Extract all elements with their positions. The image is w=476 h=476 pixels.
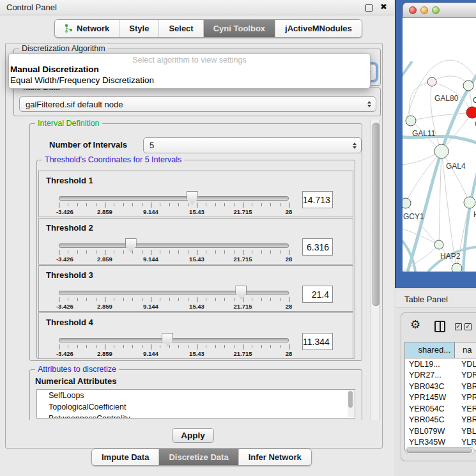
slider-track[interactable] xyxy=(59,291,289,295)
network-canvas[interactable]: GAL80 GA C GAL11 GAL4 GCY1 H HAP2 xyxy=(403,18,476,272)
tab-select[interactable]: Select xyxy=(159,20,203,37)
cell-shared-name[interactable]: YDL19... xyxy=(405,360,455,369)
network-node[interactable] xyxy=(463,81,473,91)
list-scrollbar[interactable] xyxy=(348,390,354,417)
tab-infer-network[interactable]: Infer Network xyxy=(239,449,311,465)
table-data-combobox-value: galFiltered.sif default node xyxy=(26,100,123,109)
cell-shared-name[interactable]: YDR27... xyxy=(405,371,455,380)
threshold-value-field[interactable]: 21.4 xyxy=(302,286,333,303)
slider-tick-label: 9.144 xyxy=(143,350,158,357)
table-row[interactable]: YBR043CYBR0 xyxy=(405,381,476,392)
close-icon[interactable]: ✖ xyxy=(380,2,387,12)
cell-shared-name[interactable]: YER054C xyxy=(405,404,455,413)
slider-tick-label: -3.426 xyxy=(56,303,73,310)
slider-track[interactable] xyxy=(59,243,289,248)
cell-shared-name[interactable]: YLR345W xyxy=(405,438,455,447)
cell-name[interactable]: YPR1 xyxy=(455,393,476,402)
attributes-group: Attributes to discretize Numerical Attri… xyxy=(29,369,362,420)
cell-shared-name[interactable]: YBR045C xyxy=(405,415,455,424)
network-window[interactable]: GAL80 GA C GAL11 GAL4 GCY1 H HAP2 xyxy=(395,0,476,288)
checkbox-icon[interactable]: ✓ xyxy=(464,323,472,330)
numerical-attributes-list[interactable]: SelfLoopsTopologicalCoefficientBetweenne… xyxy=(36,389,355,418)
table-horizontal-scrollbar[interactable] xyxy=(405,447,475,454)
network-node-gal4[interactable] xyxy=(434,144,449,158)
toolbox-tab-bar: NetworkStyleSelectCyni ToolboxjActiveMNo… xyxy=(54,19,362,38)
attribute-list-item-selfloops[interactable]: SelfLoops xyxy=(37,390,355,401)
threshold-value-field[interactable]: 6.316 xyxy=(302,238,333,256)
network-window-titlebar[interactable] xyxy=(403,3,476,18)
table-data-combobox[interactable]: galFiltered.sif default node xyxy=(19,96,376,112)
threshold-slider[interactable]: -3.4262.8599.14415.4321.71528 xyxy=(59,238,289,263)
table-row[interactable]: YER054CYER0 xyxy=(405,403,476,415)
cell-shared-name[interactable]: YBL079W xyxy=(405,427,455,436)
threshold-value-field[interactable]: 11.344 xyxy=(302,333,333,350)
network-node[interactable] xyxy=(434,240,443,249)
network-node[interactable] xyxy=(464,197,475,208)
network-node[interactable] xyxy=(427,77,436,86)
table-row[interactable]: YLR345WYLR3 xyxy=(405,437,476,449)
float-window-icon[interactable] xyxy=(365,4,372,12)
control-panel-titlebar: Control Panel ✖ xyxy=(0,0,394,15)
cell-name[interactable]: YBR0 xyxy=(455,415,476,424)
cell-name[interactable]: YER0 xyxy=(455,404,476,413)
close-traffic-light-icon[interactable] xyxy=(409,6,417,14)
network-node[interactable] xyxy=(403,198,411,208)
apply-button[interactable]: Apply xyxy=(172,428,214,443)
minimize-traffic-light-icon[interactable] xyxy=(420,6,428,14)
table-row[interactable]: YDL19...YDL1 xyxy=(405,358,476,370)
slider-thumb[interactable] xyxy=(162,333,173,346)
settings-scrollbar[interactable] xyxy=(371,119,380,420)
tab-impute-data[interactable]: Impute Data xyxy=(92,449,159,465)
threshold-slider[interactable]: -3.4262.8599.14415.4321.71528 xyxy=(59,332,289,358)
table-row[interactable]: YDR27...YDR2 xyxy=(405,370,476,381)
slider-tick-label: 2.859 xyxy=(97,350,112,357)
cell-shared-name[interactable]: YBR043C xyxy=(405,382,455,391)
slider-thumb[interactable] xyxy=(125,238,137,252)
split-columns-icon[interactable] xyxy=(434,321,445,332)
attribute-list-item-topologicalcoefficient[interactable]: TopologicalCoefficient xyxy=(37,401,355,413)
network-icon xyxy=(65,24,73,33)
dropdown-item-manual-discretization[interactable]: Manual Discretization xyxy=(10,65,99,74)
number-of-intervals-combobox[interactable]: 5 xyxy=(143,137,362,153)
slider-track[interactable] xyxy=(59,196,289,201)
cell-name[interactable]: YBL0 xyxy=(455,427,476,436)
network-node[interactable] xyxy=(406,116,416,126)
scrollbar-thumb[interactable] xyxy=(406,449,472,453)
scrollbar-thumb[interactable] xyxy=(372,123,380,306)
network-node-selected[interactable] xyxy=(466,107,476,118)
slider-track[interactable] xyxy=(59,338,289,342)
gear-icon[interactable]: ⚙ xyxy=(410,318,420,331)
slider-major-tick xyxy=(243,250,243,255)
slider-tick-label: 9.144 xyxy=(143,208,158,215)
table-row[interactable]: YPR145WYPR1 xyxy=(405,392,476,404)
cell-shared-name[interactable]: YPR145W xyxy=(405,393,455,402)
slider-tick-label: 15.43 xyxy=(189,350,204,357)
tab-discretize-data[interactable]: Discretize Data xyxy=(159,449,238,465)
slider-tick-label: 28 xyxy=(286,350,293,357)
slider-major-tick xyxy=(105,203,105,208)
threshold-card: Threshold 2-3.4262.8599.14415.4321.71528… xyxy=(38,218,353,265)
dropdown-item-equal-width-frequency[interactable]: Equal Width/Frequency Discretization xyxy=(10,75,154,85)
checkbox-icon[interactable]: ✓ xyxy=(455,323,462,330)
tab-network[interactable]: Network xyxy=(55,20,119,37)
column-header-shared-name[interactable]: shared... xyxy=(405,342,455,358)
cell-name[interactable]: YDR2 xyxy=(455,371,476,380)
threshold-slider[interactable]: -3.4262.8599.14415.4321.71528 xyxy=(59,190,289,216)
attribute-list-item-betweennesscentrality[interactable]: BetweennessCentrality xyxy=(37,413,355,418)
network-node[interactable] xyxy=(452,263,462,272)
cell-name[interactable]: YDL1 xyxy=(455,360,476,369)
tab-jactivemnodules[interactable]: jActiveMNodules xyxy=(275,20,362,37)
tab-style[interactable]: Style xyxy=(119,20,159,37)
zoom-traffic-light-icon[interactable] xyxy=(432,6,440,14)
table-row[interactable]: YBL079WYBL0 xyxy=(405,426,476,437)
slider-tick-label: 21.715 xyxy=(233,208,252,215)
table-row[interactable]: YBR045CYBR0 xyxy=(405,415,476,426)
slider-thumb[interactable] xyxy=(235,286,247,299)
tab-cyni-toolbox[interactable]: Cyni Toolbox xyxy=(204,20,275,37)
threshold-value-field[interactable]: 14.713 xyxy=(302,191,333,208)
threshold-slider[interactable]: -3.4262.8599.14415.4321.71528 xyxy=(59,285,289,311)
slider-major-tick xyxy=(105,250,105,255)
cell-name[interactable]: YBR0 xyxy=(455,382,476,391)
cell-name[interactable]: YLR3 xyxy=(455,438,476,447)
column-header-name[interactable]: na xyxy=(455,342,476,358)
